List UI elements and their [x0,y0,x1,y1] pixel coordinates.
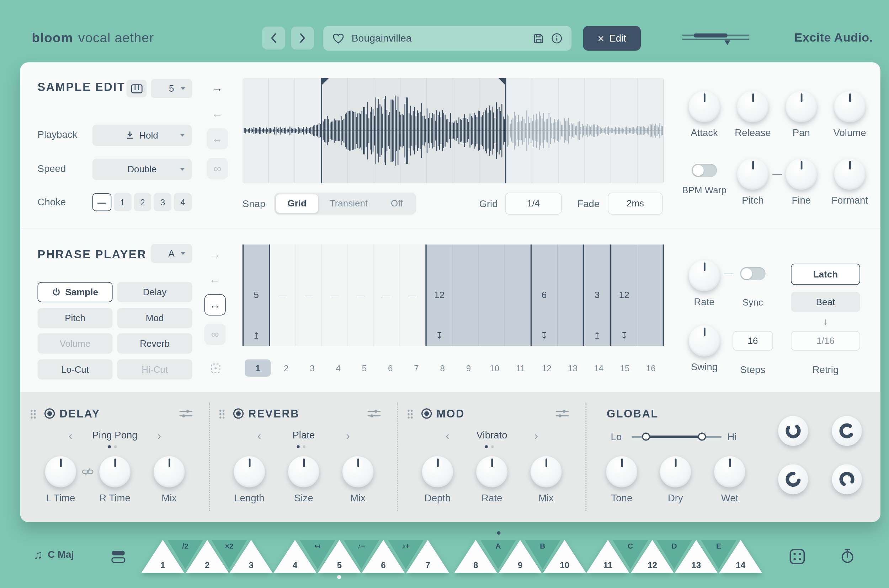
reverb-preset-name[interactable]: Plate [292,429,315,441]
next-icon[interactable]: › [534,430,538,441]
phrase-loop-toggle[interactable]: ∞ [205,324,226,345]
mod-power-toggle[interactable] [421,408,432,418]
sample-slot-select[interactable]: 5 [151,79,193,98]
grid-value[interactable]: 1/4 [505,193,561,214]
seq-step-9[interactable] [453,244,478,346]
sync-toggle[interactable] [740,267,765,280]
lane-locut-button[interactable]: Lo-Cut [38,359,113,380]
mod-drag-handle[interactable] [407,409,413,419]
favorite-heart-icon[interactable] [332,33,344,44]
release-knob[interactable] [737,91,769,122]
loop-toggle[interactable]: ∞ [207,158,228,179]
step-number-4[interactable]: 4 [325,359,351,377]
step-number-10[interactable]: 10 [481,359,507,377]
seq-step-6[interactable]: — [374,244,400,346]
randomize-pads-button[interactable] [789,548,806,565]
step-number-14[interactable]: 14 [586,359,612,377]
step-number-16[interactable]: 16 [638,359,664,377]
key-selector[interactable]: ♫ C Maj [33,548,74,562]
retrig-value[interactable]: 1/16 [791,331,860,351]
delay-preset-name[interactable]: Ping Pong [92,429,137,441]
snap-option-grid[interactable]: Grid [276,194,318,213]
seq-step-4[interactable]: — [322,244,348,346]
pad-5[interactable]: 5 [318,540,361,573]
pad-10[interactable]: 10 [543,540,586,573]
delay-rtime-knob[interactable] [99,456,131,488]
macro-knob-1[interactable] [778,416,808,446]
reverb-power-toggle[interactable] [233,408,244,418]
step-number-9[interactable]: 9 [456,359,481,377]
next-icon[interactable]: › [346,430,350,441]
seq-step-12[interactable]: 6↧ [530,244,557,346]
prev-icon[interactable]: ‹ [257,430,261,441]
phrase-copy-right-icon[interactable]: → [204,247,226,260]
choke-option-2[interactable]: 2 [134,193,152,211]
pad-12[interactable]: 12 [631,540,674,573]
keyboard-map-button[interactable] [126,80,147,98]
next-icon[interactable]: › [158,430,161,441]
prev-icon[interactable]: ‹ [445,430,449,441]
save-icon[interactable] [533,33,544,44]
pad-7[interactable]: 7 [406,540,449,573]
pad-8[interactable]: 8 [454,540,497,573]
lane-volume-button[interactable]: Volume [38,333,113,354]
phrase-copy-left-icon[interactable]: ← [204,273,226,286]
reverb-mix-knob[interactable] [343,456,374,488]
mod-routing-button[interactable] [555,408,569,418]
swing-knob[interactable] [689,326,720,357]
beat-button[interactable]: Beat [791,292,860,312]
choke-option-4[interactable]: 4 [174,193,192,211]
reverse-toggle[interactable]: ↔ [207,128,228,149]
step-number-1[interactable]: 1 [245,359,271,376]
reverb-routing-button[interactable] [367,408,381,418]
choke-option-3[interactable]: 3 [153,193,171,211]
step-number-8[interactable]: 8 [430,359,456,377]
output-volume-fader[interactable] [681,30,751,48]
volume-knob[interactable] [834,91,865,122]
pad-1[interactable]: 1 [141,540,184,573]
step-number-5[interactable]: 5 [351,359,377,377]
formant-knob[interactable] [834,159,865,190]
delay-routing-button[interactable] [179,408,193,418]
pitch-knob[interactable] [737,159,769,190]
snap-option-transient[interactable]: Transient [318,194,379,213]
global-range-handle-hi[interactable] [698,433,706,441]
playback-mode-select[interactable]: Hold [92,125,192,146]
reverb-size-knob[interactable] [288,456,319,488]
global-range-handle-lo[interactable] [642,433,650,441]
layers-button[interactable] [110,549,127,564]
seq-step-16[interactable] [637,244,663,346]
global-dry-knob[interactable] [660,456,691,488]
pad-11[interactable]: 11 [587,540,629,573]
seq-step-8[interactable]: 12↧ [426,244,453,346]
steps-value[interactable]: 16 [733,331,773,351]
pad-2[interactable]: 2 [186,540,229,573]
seq-step-10[interactable] [478,244,505,346]
mod-rate-knob[interactable] [476,456,507,488]
seq-step-14[interactable]: 3↥ [583,244,610,346]
lane-delay-button[interactable]: Delay [117,282,193,302]
step-number-6[interactable]: 6 [377,359,403,377]
phrase-reverse-toggle[interactable]: ↔ [205,294,226,315]
step-number-12[interactable]: 12 [534,359,560,377]
mod-depth-knob[interactable] [422,456,453,488]
global-tone-knob[interactable] [606,456,638,488]
fine-knob[interactable] [785,159,817,190]
lane-mod-button[interactable]: Mod [117,308,193,328]
lane-reverb-button[interactable]: Reverb [117,333,193,354]
snap-option-off[interactable]: Off [379,194,415,213]
step-number-2[interactable]: 2 [273,359,299,377]
info-icon[interactable] [551,33,562,44]
attack-knob[interactable] [689,91,720,122]
mod-mix-knob[interactable] [531,456,562,488]
fade-value[interactable]: 2ms [608,193,662,214]
bpm-warp-toggle[interactable] [692,164,717,177]
choke-option-none[interactable]: — [92,193,111,211]
seq-step-11[interactable] [504,244,530,346]
seq-step-3[interactable]: — [296,244,322,346]
phrase-rate-knob[interactable] [689,260,720,291]
copy-right-icon[interactable]: → [206,81,228,94]
macro-knob-4[interactable] [832,464,862,494]
pad-6[interactable]: 6 [362,540,405,573]
seq-step-7[interactable]: — [400,244,426,346]
